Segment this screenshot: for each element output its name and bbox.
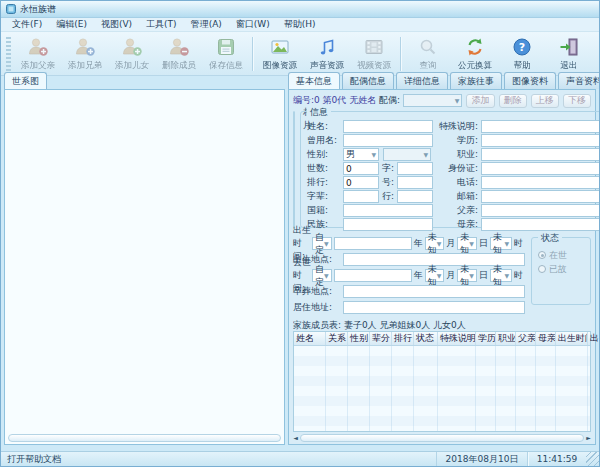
birth-year-input[interactable] bbox=[334, 237, 412, 250]
rank-input[interactable] bbox=[343, 176, 379, 189]
nationality-input[interactable] bbox=[343, 204, 433, 217]
gender-select[interactable]: 男 ▼ bbox=[343, 148, 379, 161]
special-note-input[interactable] bbox=[481, 120, 600, 133]
burial-place-input[interactable] bbox=[343, 285, 525, 298]
table-column-header[interactable]: 特殊说明 bbox=[438, 332, 476, 345]
exit-button[interactable]: 退出 bbox=[545, 34, 592, 74]
menu-manage[interactable]: 管理(A) bbox=[184, 17, 229, 32]
death-hour-select[interactable]: 未知▼ bbox=[490, 269, 512, 282]
phone-label: 电话: bbox=[433, 176, 481, 189]
spouse-delete-button[interactable]: 删除 bbox=[499, 94, 527, 108]
former-name-input[interactable] bbox=[343, 134, 433, 147]
table-column-header[interactable]: 出生时间 bbox=[556, 332, 588, 345]
tab-image-material[interactable]: 图像资料 bbox=[504, 72, 556, 89]
month-unit-label: 月 bbox=[444, 237, 457, 250]
address-input[interactable] bbox=[343, 301, 525, 314]
delete-member-button[interactable]: 删除成员 bbox=[155, 34, 202, 74]
table-body-empty[interactable] bbox=[294, 346, 590, 431]
occupation-input[interactable] bbox=[481, 148, 600, 161]
scroll-left-icon[interactable]: ◄ bbox=[292, 433, 299, 442]
scrollbar-thumb[interactable] bbox=[300, 434, 584, 442]
death-year-input[interactable] bbox=[334, 269, 412, 282]
scrollbar-thumb[interactable] bbox=[8, 434, 281, 442]
lineage-tree-area[interactable] bbox=[4, 89, 285, 445]
spouse-select[interactable]: ▼ bbox=[403, 94, 463, 107]
menu-edit[interactable]: 编辑(E) bbox=[49, 17, 94, 32]
father-input[interactable] bbox=[481, 204, 600, 217]
mother-input[interactable] bbox=[481, 218, 600, 231]
add-brother-button[interactable]: 添加兄弟 bbox=[61, 34, 108, 74]
table-column-header[interactable]: 关系 bbox=[326, 332, 348, 345]
table-column-header[interactable]: 母亲 bbox=[536, 332, 556, 345]
ethnic-label: 民族: bbox=[307, 218, 343, 231]
chevron-down-icon: ▼ bbox=[437, 272, 442, 279]
add-child-button[interactable]: 添加儿女 bbox=[108, 34, 155, 74]
birth-month-select[interactable]: 未知▼ bbox=[425, 237, 445, 250]
zi-input[interactable] bbox=[397, 162, 433, 175]
name-input[interactable] bbox=[343, 120, 433, 133]
tab-spouse-info[interactable]: 配偶信息 bbox=[342, 72, 394, 89]
info-group-title: 信息 bbox=[307, 106, 331, 119]
email-input[interactable] bbox=[481, 190, 600, 203]
birth-day-select[interactable]: 未知▼ bbox=[457, 237, 477, 250]
birth-hour-select[interactable]: 未知▼ bbox=[490, 237, 512, 250]
tab-audio-material[interactable]: 声音资料 bbox=[558, 72, 600, 89]
add-father-icon bbox=[27, 36, 49, 58]
title-bar[interactable]: 永恒族谱 bbox=[1, 1, 599, 18]
add-father-button[interactable]: 添加父亲 bbox=[14, 34, 61, 74]
scroll-right-icon[interactable]: ► bbox=[585, 433, 592, 442]
tab-family-history[interactable]: 家族往事 bbox=[450, 72, 502, 89]
death-day-select[interactable]: 未知▼ bbox=[457, 269, 477, 282]
education-input[interactable] bbox=[481, 134, 600, 147]
menu-help[interactable]: 帮助(H) bbox=[277, 17, 323, 32]
save-info-button[interactable]: 保存信息 bbox=[202, 34, 249, 74]
table-column-header[interactable]: 职业 bbox=[496, 332, 516, 345]
table-column-header[interactable]: 状态 bbox=[414, 332, 438, 345]
video-resource-button[interactable]: 视频资源 bbox=[350, 34, 397, 74]
resize-grip[interactable] bbox=[586, 452, 599, 466]
calendar-convert-button[interactable]: 公元换算 bbox=[451, 34, 498, 74]
phone-input[interactable] bbox=[481, 176, 600, 189]
table-column-header[interactable]: 辈分 bbox=[370, 332, 392, 345]
table-column-header[interactable]: 性别 bbox=[348, 332, 370, 345]
generation-input[interactable] bbox=[343, 162, 379, 175]
generation-label: 世数: bbox=[307, 162, 343, 175]
day-unit-label: 日 bbox=[477, 237, 490, 250]
table-column-header[interactable]: 排行 bbox=[392, 332, 414, 345]
spouse-add-button[interactable]: 添加 bbox=[466, 94, 494, 108]
spouse-move-down-button[interactable]: 下移 bbox=[563, 94, 591, 108]
table-column-header[interactable]: 姓名 bbox=[294, 332, 326, 345]
table-column-header[interactable]: 父亲 bbox=[516, 332, 536, 345]
lineage-horizontal-scrollbar[interactable] bbox=[8, 433, 281, 442]
menu-view[interactable]: 视图(V) bbox=[94, 17, 139, 32]
spouse-move-up-button[interactable]: 上移 bbox=[531, 94, 559, 108]
app-icon bbox=[6, 4, 16, 14]
tab-lineage-chart[interactable]: 世系图 bbox=[4, 72, 47, 89]
radio-icon bbox=[538, 265, 546, 273]
menu-tools[interactable]: 工具(T) bbox=[139, 17, 184, 32]
status-time: 11:41:59 bbox=[528, 452, 586, 466]
id-card-input[interactable] bbox=[481, 162, 600, 175]
death-month-select[interactable]: 未知▼ bbox=[425, 269, 445, 282]
table-horizontal-scrollbar[interactable]: ◄ ► bbox=[292, 433, 592, 442]
menu-file[interactable]: 文件(F) bbox=[5, 17, 49, 32]
deceased-radio[interactable]: 已故 bbox=[538, 262, 586, 276]
hang-input[interactable] bbox=[397, 190, 433, 203]
menu-window[interactable]: 窗口(W) bbox=[229, 17, 277, 32]
hao-input[interactable] bbox=[397, 176, 433, 189]
query-button[interactable]: 查询 bbox=[404, 34, 451, 74]
table-column-header[interactable]: 出生地点 bbox=[588, 332, 600, 345]
audio-resource-button[interactable]: 声音资源 bbox=[303, 34, 350, 74]
gender-secondary-select[interactable]: ▼ bbox=[383, 148, 431, 161]
image-resource-button[interactable]: 图像资源 bbox=[256, 34, 303, 74]
tab-basic-info[interactable]: 基本信息 bbox=[288, 72, 340, 89]
help-button[interactable]: ? 帮助 bbox=[498, 34, 545, 74]
photo-group[interactable]: 相片 bbox=[293, 111, 295, 228]
death-era-select[interactable]: 自定▼ bbox=[312, 269, 332, 282]
zibei-input[interactable] bbox=[343, 190, 379, 203]
tab-detail-info[interactable]: 详细信息 bbox=[396, 72, 448, 89]
alive-radio[interactable]: 在世 bbox=[538, 248, 586, 262]
ethnic-input[interactable] bbox=[343, 218, 433, 231]
table-column-header[interactable]: 学历 bbox=[476, 332, 496, 345]
birth-era-select[interactable]: 自定▼ bbox=[312, 237, 332, 250]
